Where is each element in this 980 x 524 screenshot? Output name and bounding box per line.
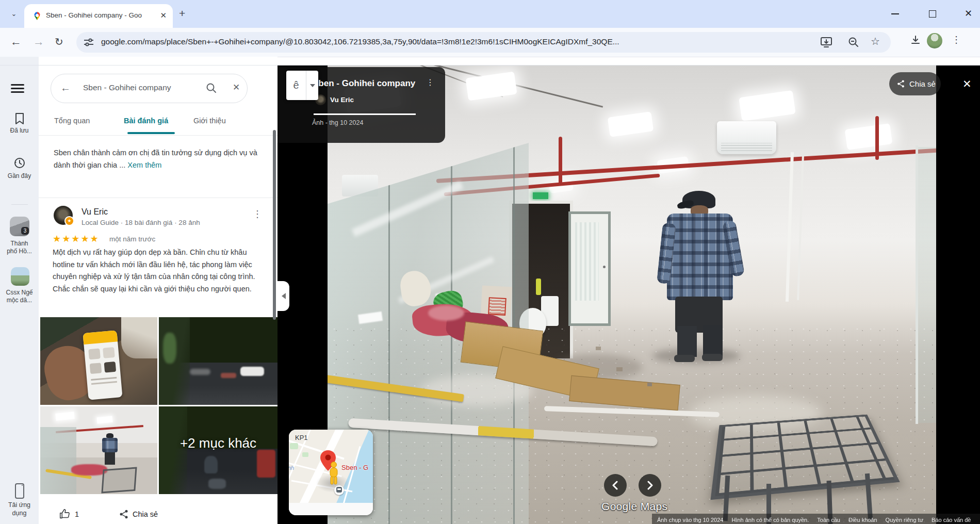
spray-bottle [536, 279, 541, 295]
downloads-icon[interactable] [909, 34, 922, 48]
ime-dropdown[interactable] [306, 71, 318, 100]
tab-search-chevron-icon[interactable]: ⌄ [6, 8, 22, 21]
attr-terms-link[interactable]: Điều khoản [848, 517, 877, 524]
search-clear-icon[interactable]: ✕ [233, 82, 240, 93]
minimize-button[interactable] [891, 13, 899, 14]
minimap-footer [289, 503, 373, 515]
attr-global-link[interactable]: Toàn cầu [817, 517, 840, 524]
share-icon [896, 79, 905, 88]
site-info-icon[interactable] [84, 38, 94, 49]
review-photo-2[interactable] [159, 317, 277, 405]
active-tab-underline [127, 132, 175, 134]
see-more-link[interactable]: Xem thêm [127, 161, 161, 169]
tab-overview[interactable]: Tổng quan [54, 117, 90, 125]
panel-scrollbar[interactable] [273, 130, 276, 320]
attr-privacy-link[interactable]: Quyền riêng tư [886, 517, 923, 524]
chevron-down-icon [310, 84, 315, 87]
tab-close-icon[interactable]: ✕ [160, 11, 167, 20]
menu-dots-icon[interactable]: ⋮ [952, 34, 961, 45]
review-overflow-icon[interactable]: ⋮ [253, 208, 262, 220]
search-box[interactable]: ← Sben - Gohihei company ✕ [51, 74, 248, 103]
chevron-left-icon [612, 481, 619, 490]
chevron-right-icon [646, 481, 654, 490]
ime-char: ê [286, 71, 306, 100]
photo-author-name: Vu Eric [330, 96, 354, 104]
mini-person [101, 433, 119, 464]
next-photo-button[interactable] [639, 474, 661, 497]
review-photo-1[interactable] [40, 317, 157, 405]
search-back-icon[interactable]: ← [60, 82, 71, 94]
forward-icon[interactable]: → [33, 35, 44, 48]
rail-label-place2b: mộc dâ... [0, 297, 39, 304]
maps-rail: Đã lưu Gần đây 3 Thành phố Hồ... Cssx Ng… [0, 57, 39, 524]
reload-icon[interactable]: ↻ [55, 36, 63, 48]
rail-label-app: Tải ứng [0, 501, 39, 509]
google-maps-watermark: Google Maps [601, 500, 667, 513]
rail-label-place1: Thành [0, 240, 39, 247]
pegman-icon [328, 462, 339, 485]
prev-photo-button[interactable] [604, 474, 627, 497]
more-photos-overlay[interactable]: +2 mục khác [159, 435, 277, 451]
profile-avatar[interactable] [927, 33, 942, 48]
bookmark-icon [14, 112, 25, 125]
metal-cart [717, 398, 877, 524]
transit-stop-icon [334, 485, 344, 495]
browser-tab[interactable]: Sben - Gohihei company - Goo ✕ [24, 4, 173, 28]
ac-unit [717, 121, 776, 154]
door [568, 211, 611, 326]
attr-report-link[interactable]: Báo cáo vấn đề [932, 517, 971, 524]
new-tab-button[interactable]: + [179, 7, 185, 20]
place-panel: ← Sben - Gohihei company ✕ Tổng quan Bài… [39, 57, 277, 524]
reviewer-name[interactable]: Vu Eric [81, 207, 108, 217]
maps-favicon-icon [34, 12, 41, 20]
panel-collapse-handle[interactable] [277, 281, 289, 311]
viewer-close-icon[interactable]: ✕ [962, 78, 972, 90]
photo-title: Sben - Gohihei company [313, 78, 415, 89]
like-count: 1 [75, 510, 79, 518]
share-label: Chia sẻ [133, 510, 158, 518]
owner-response: Sben chân thành cảm ơn chị đã tin tưởng … [54, 147, 266, 171]
rail-label-place2: Cssx Ngế [0, 289, 39, 296]
rail-label-recent: Gần đây [0, 172, 39, 179]
tab-about[interactable]: Giới thiệu [193, 117, 226, 125]
photo-date: Ảnh - thg 10 2024 [312, 119, 363, 126]
rail-label-place1b: phố Hồ... [0, 248, 39, 255]
search-icon[interactable] [206, 83, 217, 94]
tab-strip: ⌄ Sben - Gohihei company - Goo ✕ + ✕ [0, 0, 980, 28]
tab-reviews[interactable]: Bài đánh giá [124, 117, 168, 125]
mini-map[interactable]: KP1 nh Sben - G [289, 430, 373, 515]
photo-progress-bar [314, 113, 416, 115]
history-icon [13, 157, 26, 169]
attr-date: Ảnh chụp vào thg 10 2024 [657, 517, 723, 524]
back-icon[interactable]: ← [10, 35, 22, 48]
mini-map-tiles: KP1 nh Sben - G [289, 430, 373, 503]
review-photo-3[interactable] [40, 406, 157, 494]
tab-title: Sben - Gohihei company - Goo [46, 11, 154, 19]
reviewer-meta: Local Guide · 18 bài đánh giá · 28 ảnh [81, 219, 200, 226]
omnibox[interactable]: google.com/maps/place/Sben+-+Gohihei+com… [76, 32, 891, 53]
review-time: một năm trước [109, 235, 155, 243]
reviewer-avatar[interactable]: ★ [54, 206, 73, 225]
search-input[interactable]: Sben - Gohihei company [83, 83, 171, 92]
minimap-area-label: KP1 [295, 434, 308, 441]
phone-icon [14, 483, 25, 499]
browser-window: ⌄ Sben - Gohihei company - Goo ✕ + ✕ ⋮ ←… [0, 0, 980, 524]
url-text[interactable]: google.com/maps/place/Sben+-+Gohihei+com… [101, 37, 813, 46]
rail-label-appb: dụng [0, 510, 39, 517]
person [662, 191, 739, 363]
chevron-left-icon [282, 293, 286, 299]
place1-badge: 3 [21, 227, 29, 235]
attribution-bar: Ảnh chụp vào thg 10 2024 Hình ảnh có thể… [652, 514, 980, 524]
review-photo-4[interactable]: +2 mục khác [159, 406, 277, 494]
photo-overflow-icon[interactable]: ⋮ [426, 77, 434, 87]
ime-popup[interactable]: ê [286, 71, 318, 100]
zoom-out-icon[interactable] [848, 37, 859, 50]
viewer-share-button[interactable]: Chia sẻ [889, 72, 941, 95]
thumbs-up-icon [59, 509, 70, 519]
star-rating: ★★★★★ [53, 233, 100, 244]
attr-copyright: Hình ảnh có thể có bản quyền. [731, 517, 809, 524]
bookmark-star-icon[interactable]: ☆ [871, 35, 880, 47]
rail-label-saved: Đã lưu [0, 127, 39, 134]
install-icon[interactable] [820, 37, 832, 50]
restore-button[interactable] [929, 10, 936, 18]
